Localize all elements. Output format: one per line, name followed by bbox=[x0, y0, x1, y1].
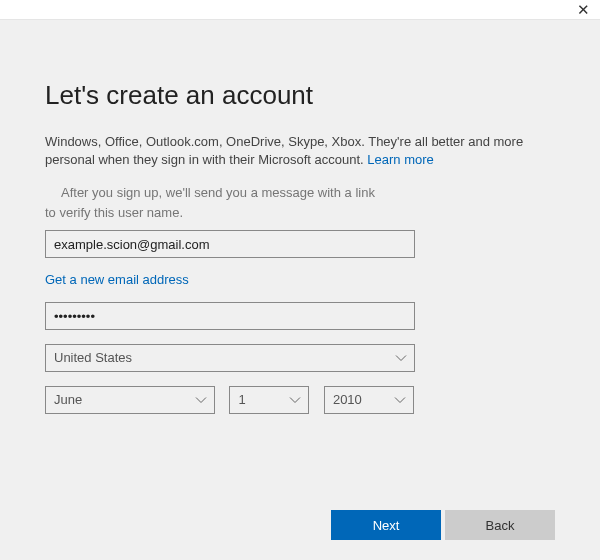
month-value: June bbox=[54, 392, 82, 407]
password-field[interactable] bbox=[45, 302, 415, 330]
month-select[interactable]: June bbox=[45, 386, 215, 414]
country-value: United States bbox=[54, 350, 132, 365]
year-select[interactable]: 2010 bbox=[324, 386, 414, 414]
day-select[interactable]: 1 bbox=[229, 386, 309, 414]
close-icon[interactable]: ✕ bbox=[577, 2, 590, 17]
verify-line-2: to verify this user name. bbox=[45, 205, 183, 220]
next-button[interactable]: Next bbox=[331, 510, 441, 540]
year-value: 2010 bbox=[333, 392, 362, 407]
description-text: Windows, Office, Outlook.com, OneDrive, … bbox=[45, 133, 555, 169]
create-account-panel: Let's create an account Windows, Office,… bbox=[0, 20, 600, 560]
new-email-link[interactable]: Get a new email address bbox=[45, 272, 189, 287]
description-prefix: Windows, Office, Outlook.com, OneDrive, … bbox=[45, 134, 523, 167]
country-select[interactable]: United States bbox=[45, 344, 415, 372]
verify-line-1: After you sign up, we'll send you a mess… bbox=[61, 185, 375, 200]
email-field[interactable] bbox=[45, 230, 415, 258]
learn-more-link[interactable]: Learn more bbox=[367, 152, 433, 167]
day-value: 1 bbox=[238, 392, 245, 407]
page-title: Let's create an account bbox=[45, 80, 555, 111]
back-button[interactable]: Back bbox=[445, 510, 555, 540]
verify-message: After you sign up, we'll send you a mess… bbox=[45, 183, 555, 222]
